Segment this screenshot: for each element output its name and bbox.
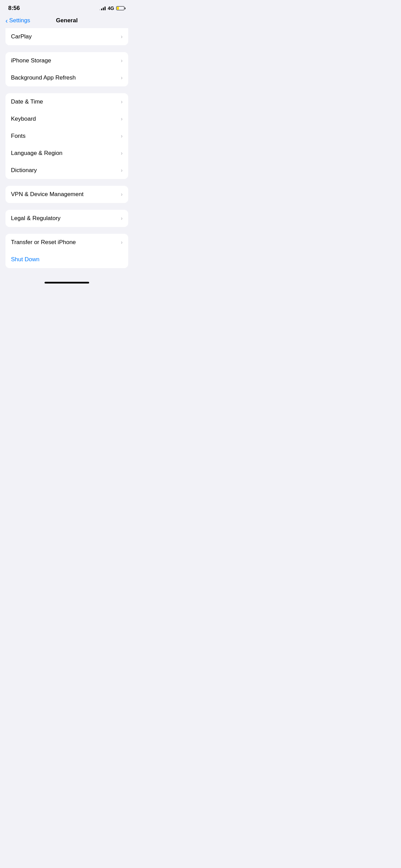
fonts-label: Fonts — [11, 133, 26, 140]
status-bar: 8:56 4G — [0, 0, 134, 14]
back-label: Settings — [9, 17, 30, 24]
shut-down-label: Shut Down — [11, 256, 39, 263]
carplay-group: CarPlay › — [5, 28, 128, 45]
chevron-right-icon: › — [121, 74, 123, 81]
transfer-reset-label: Transfer or Reset iPhone — [11, 239, 76, 246]
language-region-item[interactable]: Language & Region › — [5, 145, 128, 162]
legal-group: Legal & Regulatory › — [5, 210, 128, 227]
chevron-right-icon: › — [121, 239, 123, 246]
page-title: General — [56, 17, 77, 24]
network-type-label: 4G — [108, 5, 114, 11]
chevron-right-icon: › — [121, 98, 123, 105]
transfer-reset-item[interactable]: Transfer or Reset iPhone › — [5, 234, 128, 251]
vpn-device-management-item[interactable]: VPN & Device Management › — [5, 186, 128, 203]
keyboard-label: Keyboard — [11, 116, 36, 122]
carplay-label: CarPlay — [11, 33, 32, 40]
chevron-right-icon: › — [121, 133, 123, 140]
status-icons: 4G — [99, 5, 125, 11]
vpn-device-management-label: VPN & Device Management — [11, 191, 84, 198]
chevron-right-icon: › — [121, 215, 123, 222]
reset-group: Transfer or Reset iPhone › Shut Down — [5, 234, 128, 268]
legal-regulatory-item[interactable]: Legal & Regulatory › — [5, 210, 128, 227]
nav-bar: ‹ Settings General — [0, 14, 134, 28]
chevron-right-icon: › — [121, 57, 123, 64]
fonts-item[interactable]: Fonts › — [5, 128, 128, 145]
signal-bars-icon — [99, 6, 106, 10]
dictionary-item[interactable]: Dictionary › — [5, 162, 128, 179]
legal-regulatory-label: Legal & Regulatory — [11, 215, 61, 222]
keyboard-item[interactable]: Keyboard › — [5, 110, 128, 128]
date-time-label: Date & Time — [11, 98, 43, 105]
carplay-item[interactable]: CarPlay › — [5, 28, 128, 45]
home-indicator — [0, 275, 134, 287]
chevron-left-icon: ‹ — [5, 17, 8, 24]
back-button[interactable]: ‹ Settings — [5, 17, 30, 24]
locale-group: Date & Time › Keyboard › Fonts › Languag… — [5, 93, 128, 179]
background-app-refresh-item[interactable]: Background App Refresh › — [5, 69, 128, 86]
language-region-label: Language & Region — [11, 150, 62, 157]
date-time-item[interactable]: Date & Time › — [5, 93, 128, 110]
vpn-group: VPN & Device Management › — [5, 186, 128, 203]
storage-group: iPhone Storage › Background App Refresh … — [5, 52, 128, 86]
dictionary-label: Dictionary — [11, 167, 37, 174]
home-bar — [45, 282, 89, 284]
chevron-right-icon: › — [121, 191, 123, 198]
chevron-right-icon: › — [121, 167, 123, 174]
status-time: 8:56 — [8, 5, 20, 12]
iphone-storage-item[interactable]: iPhone Storage › — [5, 52, 128, 69]
chevron-right-icon: › — [121, 116, 123, 122]
shut-down-item[interactable]: Shut Down — [5, 251, 128, 268]
settings-content: CarPlay › iPhone Storage › Background Ap… — [0, 28, 134, 268]
chevron-right-icon: › — [121, 33, 123, 40]
battery-icon — [116, 6, 125, 10]
chevron-right-icon: › — [121, 150, 123, 157]
background-app-refresh-label: Background App Refresh — [11, 74, 76, 81]
iphone-storage-label: iPhone Storage — [11, 57, 51, 64]
